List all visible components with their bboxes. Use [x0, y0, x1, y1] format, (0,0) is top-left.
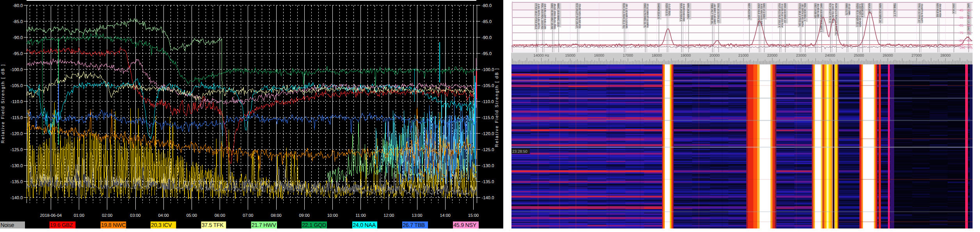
svg-text:07:00: 07:00 [243, 213, 253, 218]
svg-text:-75: -75 [959, 31, 964, 35]
svg-text:V 1.51 FLV 1.51 FLV: V 1.51 FLV 1.51 FLV [781, 4, 783, 28]
svg-text:-85.0: -85.0 [482, 20, 492, 24]
svg-text:14:00: 14:00 [440, 213, 451, 218]
svg-text:28000: 28000 [940, 54, 950, 58]
svg-text:02:00: 02:00 [102, 213, 112, 218]
svg-text:-95.0: -95.0 [13, 52, 23, 56]
svg-text:15000: 15000 [565, 54, 575, 58]
svg-text:RDL 18.9 RDL 18.9 RD: RDL 18.9 RDL 18.9 RD [541, 3, 543, 29]
svg-text:MSK 22.6 MSK 22: MSK 22.6 MSK 22 [783, 3, 786, 23]
svg-text:23000: 23000 [796, 54, 806, 58]
svg-text:13:00: 13:00 [412, 213, 422, 218]
svg-text:105: 105 [967, 46, 973, 50]
svg-text:Relative Field Strength [ dB ]: Relative Field Strength [ dB ] [1, 64, 5, 143]
svg-text:-65: -65 [959, 23, 964, 27]
svg-text:HWU 21.75: HWU 21.75 [845, 3, 848, 15]
svg-text:NSY 45.9 NS: NSY 45.9 NS [936, 3, 939, 18]
svg-text:-120.0: -120.0 [11, 132, 23, 136]
svg-text:22,1 GQD: 22,1 GQD [302, 222, 326, 228]
svg-text:GQD 22.1 G: GQD 22.1 G [665, 3, 668, 16]
svg-text:.81 3XTV 2.81 3XTV: .81 3XTV 2.81 3XTV [801, 4, 804, 27]
svg-text:TBB 26.7 TBB 26.: TBB 26.7 TBB 26. [710, 3, 713, 24]
svg-text:NRK 24.8 NRK: NRK 24.8 NRK [687, 3, 689, 19]
svg-text:SN 9.54 YSN: SN 9.54 YSN [939, 4, 941, 17]
svg-text:.62 BBT 7.62 BBT: .62 BBT 7.62 BBT [713, 4, 716, 24]
svg-text:BG 85.91 ZBG: BG 85.91 ZBG [817, 4, 819, 18]
svg-text:04:00: 04:00 [158, 213, 169, 218]
svg-text:2 AAN 0.42 AAN: 2 AAN 0.42 AAN [682, 4, 685, 21]
svg-text:DHO38 23.4 D: DHO38 23.4 D [657, 3, 660, 19]
svg-text:23:28:50: 23:28:50 [512, 150, 527, 154]
svg-text:-80.0: -80.0 [13, 4, 23, 8]
svg-text:57.12 UWH: 57.12 UWH [848, 4, 850, 15]
svg-text:-125.0: -125.0 [482, 148, 494, 152]
svg-text:05:00: 05:00 [186, 213, 197, 218]
svg-text:GQD 22.1 GQD 22.1: GQD 22.1 GQD 22.1 [856, 3, 859, 27]
svg-text:20,3 ICV: 20,3 ICV [151, 222, 172, 228]
svg-text:26000: 26000 [882, 54, 893, 58]
svg-text:ICV 20.27 ICV 2: ICV 20.27 ICV 2 [829, 3, 831, 23]
svg-text:Relative Field Strength [ dB ]: Relative Field Strength [ dB ] [495, 68, 499, 147]
svg-text:-110.0: -110.0 [482, 100, 494, 104]
svg-text:65: 65 [967, 23, 971, 27]
svg-text:-105.0: -105.0 [11, 84, 23, 88]
svg-text:-130.0: -130.0 [482, 164, 494, 168]
svg-text:NWC 19.8 NWC 19.8: NWC 19.8 NWC 19.8 [557, 3, 559, 27]
svg-text:01:00: 01:00 [74, 213, 84, 218]
svg-text:73 KFT 5.73 KFT: 73 KFT 5.73 KFT [920, 4, 923, 23]
svg-text:-95.0: -95.0 [482, 52, 492, 56]
svg-text:-80.0: -80.0 [482, 4, 492, 8]
svg-text:RJH 21.1 RJH 21.1 RJH 21.: RJH 21.1 RJH 21.1 RJH 21. [834, 3, 837, 35]
svg-text:72.02 VCI 72.02 VCI: 72.02 VCI 72.02 VCI [578, 4, 581, 28]
svg-text:08:00: 08:00 [271, 213, 281, 218]
svg-text:-110.0: -110.0 [11, 100, 23, 104]
svg-text:-45: -45 [959, 8, 964, 12]
svg-text:-85: -85 [959, 39, 964, 43]
svg-text:GBZ 19.58 GB: GBZ 19.58 GB [814, 3, 817, 18]
svg-text:24000: 24000 [825, 54, 835, 58]
svg-text:-115.0: -115.0 [482, 116, 494, 120]
svg-text:26.7 TBB: 26.7 TBB [403, 222, 425, 228]
svg-text:NAA 24.0 NAA 2: NAA 24.0 NAA 2 [680, 3, 682, 21]
svg-text:NSY 45.9 NSY: NSY 45.9 NSY [747, 3, 750, 20]
svg-text:-85.0: -85.0 [13, 20, 23, 24]
svg-text:-55: -55 [959, 16, 964, 20]
svg-text:RJH 21.1 RJH 21.1 RJ: RJH 21.1 RJH 21.1 RJ [622, 3, 625, 28]
svg-text:-135.0: -135.0 [482, 180, 494, 184]
svg-text:-135.0: -135.0 [11, 180, 23, 184]
svg-text:85: 85 [967, 39, 971, 43]
svg-text:55: 55 [967, 16, 971, 20]
svg-text:TFK 37.5 TFK 37: TFK 37.5 TFK 37 [717, 3, 719, 23]
svg-text:HWU 21.75 HWU 21.75: HWU 21.75 HWU 21.75 [643, 3, 646, 27]
svg-text:-120.0: -120.0 [482, 132, 494, 136]
svg-text:GBZ 19.58 GBZ 19.58: GBZ 19.58 GBZ 19.58 [550, 3, 553, 29]
svg-text:VTX3 18.2 VTX3 18.2: VTX3 18.2 VTX3 18.2 [534, 3, 537, 29]
svg-text:RDL 18.9 RDL 1: RDL 18.9 RDL 1 [803, 3, 806, 21]
svg-text:37.5 TFK: 37.5 TFK [202, 222, 224, 228]
svg-text:4.61 NXJ 4.61 NXJ: 4.61 NXJ 4.61 NXJ [760, 4, 763, 26]
svg-text:-100.0: -100.0 [482, 68, 494, 72]
svg-text:22000: 22000 [767, 54, 777, 58]
svg-text:19.6 GBZ: 19.6 GBZ [50, 222, 73, 228]
svg-text:2.81 3XTV 2.81 3XTV: 2.81 3XTV 2.81 3XTV [537, 4, 540, 29]
svg-text:-105: -105 [959, 46, 965, 50]
svg-text:75: 75 [967, 31, 971, 35]
svg-text:14000 Hz: 14000 Hz [533, 54, 549, 58]
svg-text:85.91 ZBG 85.91 ZBG: 85.91 ZBG 85.91 ZBG [553, 4, 556, 29]
svg-text:21000: 21000 [738, 54, 748, 58]
svg-text:17000: 17000 [623, 54, 633, 58]
svg-text:25000: 25000 [854, 54, 864, 58]
svg-text:G 1.22 DQG: G 1.22 DQG [668, 4, 671, 16]
svg-text:-130.0: -130.0 [11, 164, 23, 168]
svg-text:24,0 NAA: 24,0 NAA [353, 222, 376, 228]
svg-text:18000: 18000 [652, 54, 662, 58]
svg-text:-105.0: -105.0 [482, 84, 494, 88]
svg-text:16000: 16000 [594, 54, 604, 58]
svg-text:45.9 NSY: 45.9 NSY [453, 222, 477, 228]
svg-text:45: 45 [967, 8, 971, 12]
svg-text:-100.0: -100.0 [11, 68, 23, 72]
svg-text:15:00: 15:00 [468, 213, 479, 218]
svg-text:-140.0: -140.0 [11, 196, 23, 200]
svg-text:TFK 37.5 TFK 37: TFK 37.5 TFK 37 [918, 3, 920, 23]
svg-text:JR 1.12 HJR 1.12 HJR: JR 1.12 HJR 1.12 HJR [625, 4, 628, 28]
